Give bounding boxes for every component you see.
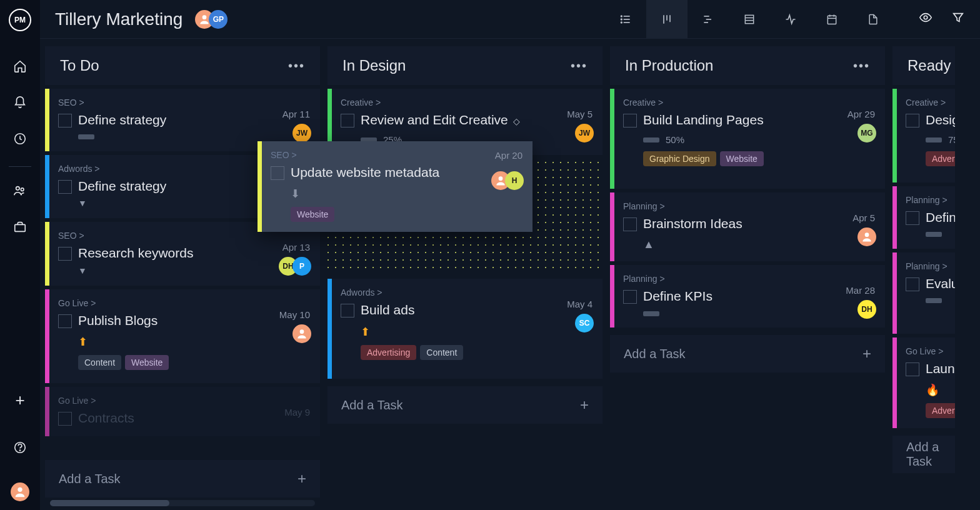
- task-card[interactable]: Planning > Brainstorm Ideas Apr 5 ▲: [610, 192, 885, 261]
- tag[interactable]: Website: [125, 355, 169, 370]
- bell-icon[interactable]: [8, 90, 32, 115]
- home-icon[interactable]: [8, 54, 32, 79]
- dragging-task-card[interactable]: SEO > Update website metadata Apr 20 ⬇ H…: [258, 141, 532, 232]
- visibility-icon[interactable]: [919, 11, 932, 28]
- board-view-icon[interactable]: [646, 0, 688, 39]
- add-icon[interactable]: +: [8, 388, 32, 412]
- card-title: Brainstorm Ideas: [643, 215, 874, 232]
- assignee-avatar[interactable]: DH: [858, 300, 876, 319]
- tag[interactable]: Advertising: [361, 345, 416, 360]
- svg-rect-23: [828, 16, 836, 24]
- card-category: Go Live >: [58, 298, 309, 308]
- task-card[interactable]: Go Live > Contracts May 9: [45, 387, 320, 436]
- task-card[interactable]: Planning > Evaluate and N: [892, 252, 955, 334]
- progress-indicator: [643, 311, 659, 316]
- column-menu-icon[interactable]: •••: [571, 59, 588, 73]
- add-task-button[interactable]: Add a Task +: [610, 335, 885, 372]
- assignee-avatar[interactable]: P: [292, 257, 311, 276]
- priority-low-icon: ⬇: [291, 187, 300, 201]
- avatar[interactable]: GP: [209, 10, 228, 29]
- scrollbar[interactable]: [50, 500, 315, 506]
- task-checkbox[interactable]: [623, 218, 637, 231]
- card-date: Apr 11: [282, 109, 310, 119]
- activity-view-icon[interactable]: [770, 0, 811, 39]
- add-task-button[interactable]: Add a Task: [892, 436, 955, 473]
- task-checkbox[interactable]: [58, 180, 72, 194]
- assignee-avatar[interactable]: MG: [858, 124, 876, 142]
- assignee-avatar[interactable]: H: [505, 171, 524, 190]
- column-menu-icon[interactable]: •••: [288, 59, 305, 73]
- assignee-avatar[interactable]: [292, 324, 311, 343]
- column-ready: Ready Creative > Design 75% Advertising …: [892, 46, 955, 510]
- task-card[interactable]: Go Live > Publish Blogs May 10 ⬆ Content…: [45, 289, 320, 383]
- calendar-view-icon[interactable]: [811, 0, 852, 39]
- task-checkbox[interactable]: [623, 114, 637, 128]
- view-switcher: [605, 0, 894, 39]
- help-icon[interactable]: [8, 435, 32, 460]
- progress-indicator: [926, 298, 942, 303]
- list-view-icon[interactable]: [605, 0, 646, 39]
- task-checkbox[interactable]: [906, 362, 919, 376]
- task-card[interactable]: Planning > Define: [892, 186, 955, 249]
- task-checkbox[interactable]: [623, 290, 637, 304]
- chevron-down-icon[interactable]: ▼: [78, 266, 309, 276]
- task-checkbox[interactable]: [906, 278, 919, 291]
- filter-icon[interactable]: [951, 11, 965, 28]
- card-title: Update website metadata: [291, 164, 521, 181]
- tag[interactable]: Website: [720, 151, 764, 166]
- assignee-avatar[interactable]: JW: [575, 124, 594, 142]
- tag[interactable]: Content: [78, 355, 121, 370]
- gantt-view-icon[interactable]: [688, 0, 729, 39]
- card-title: Define strategy: [78, 111, 309, 128]
- file-view-icon[interactable]: [852, 0, 894, 39]
- member-avatars[interactable]: GP: [195, 10, 228, 29]
- task-card[interactable]: Adwords > Build ads May 4 ⬆ SC Advertisi…: [328, 279, 602, 379]
- progress-indicator: [926, 138, 942, 142]
- task-checkbox[interactable]: [58, 314, 72, 328]
- task-checkbox[interactable]: [906, 211, 919, 225]
- column-menu-icon[interactable]: •••: [853, 59, 870, 73]
- topbar: Tillery Marketing GP: [40, 0, 980, 39]
- plus-icon: +: [862, 345, 871, 362]
- tag[interactable]: Advertising: [926, 151, 955, 166]
- assignee-avatar[interactable]: JW: [292, 124, 311, 142]
- task-checkbox[interactable]: [341, 304, 354, 318]
- task-checkbox[interactable]: [58, 114, 72, 128]
- briefcase-icon[interactable]: [8, 214, 32, 239]
- tag[interactable]: Graphic Design: [643, 151, 716, 166]
- app-logo[interactable]: PM: [9, 9, 31, 31]
- task-card[interactable]: Creative > Build Landing Pages Apr 29 50…: [610, 89, 885, 189]
- column-title: In Production: [625, 57, 713, 74]
- assignee-avatar[interactable]: [858, 228, 876, 246]
- add-task-button[interactable]: Add a Task +: [328, 386, 602, 424]
- clock-icon[interactable]: [8, 126, 32, 151]
- card-category: Adwords >: [341, 288, 591, 298]
- task-checkbox[interactable]: [271, 166, 284, 180]
- task-checkbox[interactable]: [341, 114, 354, 128]
- task-checkbox[interactable]: [58, 412, 72, 426]
- card-title: Define KPIs: [643, 288, 874, 304]
- current-user-avatar[interactable]: [11, 482, 29, 501]
- card-date: May 4: [567, 299, 592, 309]
- plus-icon: +: [580, 396, 589, 414]
- task-checkbox[interactable]: [58, 247, 72, 261]
- tag[interactable]: Content: [420, 345, 463, 360]
- card-category: Planning >: [906, 261, 955, 271]
- kanban-board: To Do ••• SEO > Define strategy Apr 11 J…: [40, 39, 980, 510]
- tag[interactable]: Advertising: [926, 403, 955, 418]
- table-view-icon[interactable]: [729, 0, 770, 39]
- task-card[interactable]: Planning > Define KPIs Mar 28 DH: [610, 265, 885, 328]
- card-date: Apr 5: [852, 212, 875, 223]
- add-task-button[interactable]: Add a Task +: [45, 460, 320, 498]
- assignee-avatar[interactable]: SC: [575, 314, 594, 332]
- task-checkbox[interactable]: [906, 114, 919, 128]
- progress-indicator: [78, 134, 94, 139]
- people-icon[interactable]: [8, 178, 32, 203]
- card-date: May 10: [279, 309, 310, 320]
- progress-indicator: [926, 232, 942, 237]
- sidebar: PM +: [0, 0, 40, 510]
- tag[interactable]: Website: [291, 207, 334, 222]
- svg-point-1: [16, 187, 19, 191]
- task-card[interactable]: Go Live > Launch 🔥 Advertising: [892, 338, 955, 428]
- task-card[interactable]: Creative > Design 75% Advertising: [892, 89, 955, 182]
